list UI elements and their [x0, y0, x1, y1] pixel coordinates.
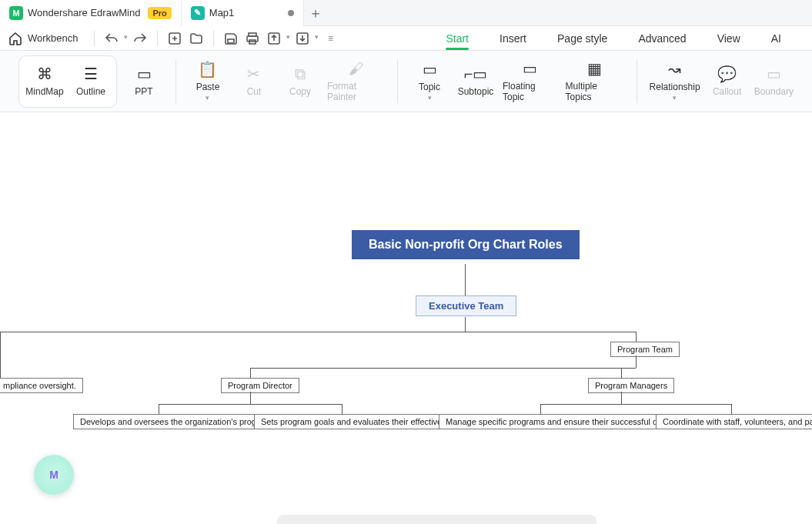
subtopic-icon: ⌐▭ — [464, 66, 488, 82]
svg-rect-3 — [247, 36, 258, 42]
workbench-label: Workbench — [28, 32, 79, 44]
redo-icon — [132, 31, 148, 46]
brush-icon: 🖌 — [349, 61, 364, 76]
copy-button[interactable]: ⧉ Copy — [281, 56, 319, 107]
ribbon-sep — [397, 60, 398, 103]
import-button[interactable] — [293, 29, 312, 48]
export-caret-icon[interactable]: ▾ — [286, 33, 290, 41]
mindmap-canvas[interactable]: Basic Non-profit Org Chart Roles Executi… — [0, 112, 812, 524]
divider — [94, 31, 95, 46]
node-pd-leaf2[interactable]: Sets program goals and evaluates their e… — [254, 414, 469, 429]
more-quick-button[interactable]: ≡ — [322, 29, 340, 48]
paste-button[interactable]: 📋 Paste ▾ — [189, 56, 227, 107]
ppt-icon: ▭ — [137, 66, 152, 82]
topic-button[interactable]: ▭ Topic ▾ — [410, 56, 449, 107]
workbench-button[interactable]: Workbench — [8, 31, 79, 46]
mindmap-label: MindMap — [25, 86, 63, 97]
new-file-button[interactable] — [165, 29, 184, 48]
subtopic-button[interactable]: ⌐▭ Subtopic — [456, 56, 495, 107]
node-pd-leaf1[interactable]: Develops and oversees the organization's… — [73, 414, 284, 429]
clipboard-group: 📋 Paste ▾ ✂ Cut ⧉ Copy 🖌 Format Painter — [181, 56, 393, 107]
open-file-button[interactable] — [187, 29, 206, 48]
tab-advanced[interactable]: Advanced — [638, 28, 686, 49]
node-compliance-fragment[interactable]: mpliance oversight. — [0, 378, 83, 393]
doc-name-label: Map1 — [209, 7, 235, 18]
folder-icon — [189, 31, 204, 46]
app-name-label: Wondershare EdrawMind — [28, 7, 140, 18]
node-program-team[interactable]: Program Team — [610, 342, 680, 357]
divider — [157, 31, 158, 46]
print-icon — [245, 31, 260, 46]
connector — [250, 368, 251, 378]
outline-label: Outline — [76, 86, 105, 97]
mindmap-view-button[interactable]: ⌘ MindMap — [22, 58, 68, 105]
connector — [465, 317, 466, 332]
bottom-panel-handle[interactable] — [277, 515, 596, 524]
divider — [213, 31, 214, 46]
node-root[interactable]: Basic Non-profit Org Chart Roles — [352, 230, 580, 259]
ppt-view-button[interactable]: ▭ PPT — [125, 56, 163, 107]
copy-label: Copy — [289, 86, 311, 97]
connector — [250, 368, 636, 369]
undo-icon — [104, 31, 119, 46]
tab-ai[interactable]: AI — [771, 28, 781, 49]
topic-label: Topic — [419, 82, 440, 92]
redo-button[interactable] — [131, 29, 149, 48]
cut-button[interactable]: ✂ Cut — [235, 56, 273, 107]
view-toggle: ⌘ MindMap ☰ Outline — [18, 55, 117, 108]
connector — [0, 332, 1, 378]
export-button[interactable] — [265, 29, 283, 48]
save-button[interactable] — [222, 29, 240, 48]
node-program-managers[interactable]: Program Managers — [588, 378, 674, 393]
callout-icon: 💬 — [717, 66, 737, 82]
import-caret-icon[interactable]: ▾ — [315, 33, 319, 41]
multiple-topics-button[interactable]: ▦ Multiple Topics — [566, 56, 624, 107]
relationship-icon: ↝ — [668, 62, 681, 77]
relationship-button[interactable]: ↝ Relationship ▾ — [650, 56, 700, 107]
tab-insert[interactable]: Insert — [500, 28, 526, 49]
subtopic-label: Subtopic — [458, 86, 494, 97]
app-tab-main[interactable]: M Wondershare EdrawMind Pro — [0, 0, 181, 26]
ribbon-sep — [175, 60, 176, 103]
connector — [250, 392, 251, 404]
undo-dropdown-caret[interactable]: ▾ — [124, 33, 128, 41]
tab-view[interactable]: View — [717, 28, 740, 49]
boundary-icon: ▭ — [767, 66, 781, 82]
app-logo-icon: M — [9, 6, 23, 20]
doc-tab[interactable]: ✎ Map1 — [181, 0, 304, 26]
copy-icon: ⧉ — [295, 66, 306, 82]
topic-caret-icon: ▾ — [428, 94, 432, 102]
connector — [636, 332, 637, 342]
boundary-button[interactable]: ▭ Boundary — [754, 56, 794, 107]
tab-page-style[interactable]: Page style — [557, 28, 607, 49]
callout-label: Callout — [713, 86, 741, 97]
connector — [621, 368, 622, 378]
multiple-topics-label: Multiple Topics — [566, 81, 624, 102]
node-pm-leaf1[interactable]: Manage specific programs and ensure thei… — [439, 414, 690, 429]
relationship-caret-icon: ▾ — [673, 94, 677, 102]
pro-badge: Pro — [148, 7, 171, 19]
undo-button[interactable] — [102, 29, 121, 48]
import-icon — [295, 31, 310, 46]
floating-topic-button[interactable]: ▭ Floating Topic — [503, 56, 558, 107]
callout-button[interactable]: 💬 Callout — [708, 56, 747, 107]
floating-topic-icon: ▭ — [523, 61, 537, 76]
ai-assistant-fab[interactable]: M — [34, 455, 74, 495]
outline-view-button[interactable]: ☰ Outline — [68, 58, 114, 105]
ribbon-toolbar: ⌘ MindMap ☰ Outline ▭ PPT 📋 Paste ▾ ✂ Cu… — [0, 51, 812, 112]
connector — [540, 404, 731, 405]
menu-tabs: Start Insert Page style Advanced View AI — [446, 28, 804, 49]
topic-icon: ▭ — [423, 62, 437, 77]
save-icon — [223, 31, 239, 46]
connector — [159, 404, 159, 414]
connector — [465, 264, 466, 295]
format-painter-button[interactable]: 🖌 Format Painter — [327, 56, 385, 107]
node-executive-team[interactable]: Executive Team — [416, 295, 516, 316]
tab-start[interactable]: Start — [446, 28, 469, 49]
print-button[interactable] — [243, 29, 262, 48]
node-program-director[interactable]: Program Director — [221, 378, 299, 393]
paste-label: Paste — [196, 82, 220, 92]
node-pm-leaf2[interactable]: Coordinate with staff, volunteers, and p… — [656, 414, 812, 429]
new-tab-button[interactable]: ＋ — [304, 2, 327, 25]
svg-rect-1 — [228, 39, 234, 43]
